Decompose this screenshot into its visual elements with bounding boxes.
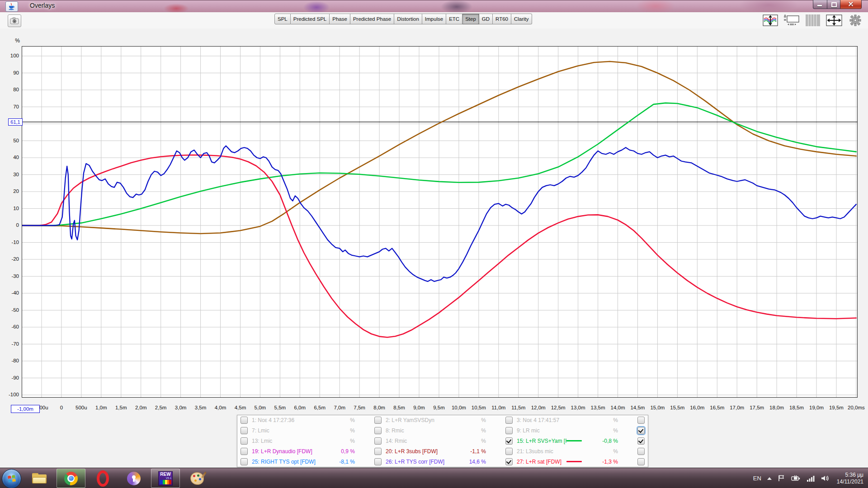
measurement-name[interactable]: 25: RIGHT TYS opt [FDW] [252, 459, 322, 465]
maximize-button[interactable] [827, 0, 840, 9]
measurement-checkbox[interactable] [505, 458, 513, 465]
cursor-y-value-box: 61,1 [8, 118, 23, 126]
caption-buttons [813, 0, 862, 9]
trace-color-swatch [566, 440, 582, 441]
scale-traces-button[interactable] [762, 14, 778, 27]
measurement-name[interactable]: 15: L+R SVS+Yam [FDW] [517, 438, 566, 444]
legend-row: 21: L3subs mic% [502, 446, 632, 456]
tab-gd[interactable]: GD [479, 14, 493, 24]
measurement-checkbox[interactable] [637, 437, 645, 445]
action-center-flag-icon[interactable] [778, 474, 785, 482]
measurement-checkbox[interactable] [374, 448, 382, 455]
taskbar-rew-button[interactable]: REW V5.1 [151, 469, 180, 488]
x-tick-label: 8,0m [373, 405, 385, 410]
legend-row: 26: L+R TYS corr [FDW]14,6 % [371, 456, 500, 467]
paint-icon [190, 472, 204, 485]
measurement-value: % [585, 427, 618, 434]
tab-predicted-phase[interactable]: Predicted Phase [350, 14, 394, 24]
x-axis-ticks: -500u0500u1,0m1,5m2,0m2,5m3,0m3,5m4,0m4,… [22, 405, 863, 412]
start-button[interactable] [2, 469, 21, 488]
legend-column: 1: Νοε 4 17:27:36%7: Lmic%13: Lmic%19: L… [237, 415, 368, 467]
legend-row: 7: Lmic% [237, 426, 368, 436]
measurement-checkbox[interactable] [374, 437, 382, 445]
measurement-checkbox[interactable] [374, 417, 382, 424]
taskbar-chrome-button[interactable] [57, 469, 85, 488]
tab-impulse[interactable]: Impulse [422, 14, 446, 24]
x-tick-label: 7,5m [354, 405, 365, 410]
measurement-name[interactable]: 19: L+R Dynaudio [FDW] [252, 448, 322, 455]
measurement-checkbox[interactable] [241, 458, 248, 465]
legend-row: 13: Lmic% [237, 436, 368, 446]
x-tick-label: 2,0m [135, 405, 147, 410]
measurement-checkbox[interactable] [505, 417, 513, 424]
axis-limits-button[interactable] [783, 14, 800, 27]
tab-phase[interactable]: Phase [330, 14, 350, 24]
measurement-checkbox[interactable] [241, 437, 248, 445]
x-tick-label: 17,5m [750, 405, 764, 410]
tab-distortion[interactable]: Distortion [394, 14, 422, 24]
volume-speaker-icon[interactable] [821, 474, 829, 482]
measurement-name[interactable]: 20: L+R 3subs [FDW] [386, 448, 453, 455]
measurement-checkbox[interactable] [637, 448, 645, 455]
measurement-name[interactable]: 2: L+R YamSVSDyn [386, 417, 453, 423]
measurement-checkbox[interactable] [505, 437, 513, 445]
power-battery-plug-icon[interactable] [791, 474, 801, 482]
gridlines-button[interactable] [805, 14, 821, 27]
tray-time: 5:36 μμ [837, 472, 863, 479]
measurement-name[interactable]: 1: Νοε 4 17:27:36 [252, 417, 322, 423]
minimize-button[interactable] [813, 0, 827, 9]
taskbar-opera-button[interactable] [89, 469, 117, 488]
measurement-name[interactable]: 26: L+R TYS corr [FDW] [386, 459, 453, 465]
measurement-name[interactable]: 14: Rmic [386, 438, 453, 444]
measurement-checkbox[interactable] [637, 458, 645, 465]
measurement-name[interactable]: 8: Rmic [386, 427, 453, 434]
network-signal-icon[interactable] [807, 475, 815, 482]
y-axis-ticks: 1009080706050403020100-10-20-30-40-50-60… [0, 46, 20, 399]
measurement-checkbox[interactable] [505, 448, 513, 455]
capture-graph-button[interactable] [8, 14, 21, 27]
pan-button[interactable] [826, 14, 842, 27]
measurement-name[interactable]: 9: LR mic [517, 427, 585, 434]
taskbar-explorer-button[interactable] [25, 469, 53, 488]
settings-gear-button[interactable] [847, 14, 863, 27]
measurement-checkbox[interactable] [637, 427, 645, 434]
x-tick-label: 18,0m [769, 405, 784, 410]
y-tick-label: 50 [1, 138, 19, 143]
measurement-name[interactable]: 27: L+R sat [FDW] [517, 459, 566, 465]
measurement-value: -1,1 % [453, 448, 486, 455]
tab-step[interactable]: Step [462, 14, 479, 24]
tab-predicted-spl[interactable]: Predicted SPL [291, 14, 330, 24]
tab-clarity[interactable]: Clarity [511, 14, 532, 24]
measurement-checkbox[interactable] [241, 417, 248, 424]
measurement-name[interactable]: 7: Lmic [252, 427, 322, 434]
clock[interactable]: 5:36 μμ 14/11/2021 [837, 472, 863, 485]
measurement-name[interactable]: 13: Lmic [252, 438, 322, 444]
tab-spl[interactable]: SPL [274, 14, 291, 24]
x-tick-label: 500u [75, 405, 87, 410]
measurement-checkbox[interactable] [241, 427, 248, 434]
show-hidden-icons-button[interactable] [767, 477, 772, 480]
measurement-name[interactable]: 3: Νοε 4 17:41:57 [517, 417, 585, 423]
language-indicator[interactable]: EN [753, 475, 761, 482]
measurement-name[interactable]: 21: L3subs mic [517, 448, 585, 455]
legend-row: 1 [634, 426, 648, 436]
measurement-checkbox[interactable] [505, 427, 513, 434]
taskbar-privacy-browser-button[interactable] [120, 469, 148, 488]
close-button[interactable] [840, 0, 862, 9]
measurement-checkbox[interactable] [241, 448, 248, 455]
y-tick-label: -40 [1, 290, 19, 296]
x-tick-label: 11,5m [511, 405, 525, 410]
measurement-checkbox[interactable] [374, 427, 382, 434]
tab-rt60[interactable]: RT60 [493, 14, 511, 24]
measurement-checkbox[interactable] [637, 417, 645, 424]
measurement-legend-panel: 1: Νοε 4 17:27:36%7: Lmic%13: Lmic%19: L… [237, 415, 648, 467]
measurement-value: % [322, 417, 355, 423]
measurement-checkbox[interactable] [374, 458, 382, 465]
opera-icon [97, 470, 109, 487]
x-tick-label: 14,0m [611, 405, 625, 410]
x-tick-label: 13,5m [591, 405, 605, 410]
tab-etc[interactable]: ETC [446, 14, 462, 24]
taskbar-paint-button[interactable] [183, 469, 211, 488]
titlebar[interactable]: Overlays [0, 0, 868, 13]
step-response-plot[interactable] [22, 46, 858, 398]
